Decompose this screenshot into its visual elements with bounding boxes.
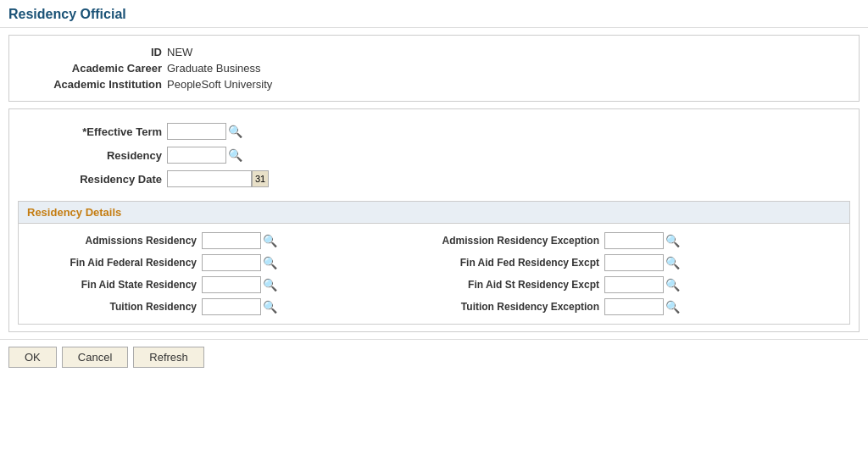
- residency-input[interactable]: [167, 147, 226, 164]
- tuition-residency-exception-row: Tuition Residency Exception 🔍: [438, 298, 832, 315]
- fin-aid-st-residency-excpt-search-button[interactable]: 🔍: [664, 278, 682, 292]
- fin-aid-fed-residency-excpt-label: Fin Aid Fed Residency Excpt: [438, 257, 599, 269]
- button-bar: OK Cancel Refresh: [0, 339, 868, 375]
- tuition-residency-search-button[interactable]: 🔍: [261, 300, 279, 314]
- residency-label: Residency: [26, 149, 162, 162]
- effective-term-input[interactable]: [167, 123, 226, 140]
- cancel-button[interactable]: Cancel: [62, 347, 128, 368]
- fin-aid-state-residency-row: Fin Aid State Residency 🔍: [36, 276, 430, 293]
- residency-search-button[interactable]: 🔍: [226, 148, 244, 162]
- residency-row: Residency 🔍: [26, 143, 842, 167]
- fin-aid-state-residency-search-button[interactable]: 🔍: [261, 278, 279, 292]
- tuition-residency-exception-input[interactable]: [604, 298, 664, 315]
- tuition-residency-label: Tuition Residency: [36, 301, 197, 313]
- residency-date-label: Residency Date: [26, 173, 162, 186]
- fin-aid-st-residency-excpt-row: Fin Aid St Residency Excpt 🔍: [438, 276, 832, 293]
- refresh-button[interactable]: Refresh: [133, 347, 204, 368]
- id-row: ID NEW: [26, 44, 842, 60]
- effective-term-row: *Effective Term 🔍: [26, 119, 842, 143]
- residency-details-header: Residency Details: [19, 202, 849, 224]
- fin-aid-state-residency-label: Fin Aid State Residency: [36, 279, 197, 291]
- effective-term-search-button[interactable]: 🔍: [226, 125, 244, 138]
- fin-aid-federal-residency-search-button[interactable]: 🔍: [261, 256, 279, 269]
- info-section: ID NEW Academic Career Graduate Business…: [8, 35, 860, 102]
- academic-institution-label: Academic Institution: [26, 78, 162, 91]
- admissions-residency-label: Admissions Residency: [36, 235, 197, 247]
- admission-residency-exception-row: Admission Residency Exception 🔍: [438, 232, 832, 249]
- effective-term-label: *Effective Term: [26, 125, 162, 138]
- fin-aid-fed-residency-excpt-search-button[interactable]: 🔍: [664, 256, 682, 269]
- admissions-residency-row: Admissions Residency 🔍: [36, 232, 430, 249]
- academic-career-row: Academic Career Graduate Business: [26, 60, 842, 76]
- admission-residency-exception-label: Admission Residency Exception: [438, 235, 599, 247]
- admission-residency-exception-search-button[interactable]: 🔍: [664, 234, 682, 247]
- residency-date-input[interactable]: [167, 170, 252, 187]
- fin-aid-federal-residency-label: Fin Aid Federal Residency: [36, 257, 197, 269]
- fin-aid-st-residency-excpt-label: Fin Aid St Residency Excpt: [438, 279, 599, 291]
- academic-career-value: Graduate Business: [167, 62, 261, 75]
- tuition-residency-exception-search-button[interactable]: 🔍: [664, 300, 682, 314]
- fin-aid-federal-residency-input[interactable]: [202, 254, 261, 271]
- residency-date-row: Residency Date 31: [26, 167, 842, 191]
- fin-aid-federal-residency-row: Fin Aid Federal Residency 🔍: [36, 254, 430, 271]
- academic-institution-row: Academic Institution PeopleSoft Universi…: [26, 76, 842, 92]
- academic-institution-value: PeopleSoft University: [167, 78, 272, 91]
- tuition-residency-exception-label: Tuition Residency Exception: [438, 301, 599, 313]
- tuition-residency-row: Tuition Residency 🔍: [36, 298, 430, 315]
- residency-date-calendar-button[interactable]: 31: [252, 170, 269, 187]
- ok-button[interactable]: OK: [8, 347, 57, 368]
- form-details-section: *Effective Term 🔍 Residency 🔍 Residency …: [8, 108, 860, 332]
- page-title: Residency Official: [0, 0, 868, 28]
- admissions-residency-search-button[interactable]: 🔍: [261, 234, 279, 247]
- tuition-residency-input[interactable]: [202, 298, 261, 315]
- id-value: NEW: [167, 46, 192, 58]
- fin-aid-state-residency-input[interactable]: [202, 276, 261, 293]
- id-label: ID: [26, 46, 162, 58]
- fin-aid-st-residency-excpt-input[interactable]: [604, 276, 664, 293]
- academic-career-label: Academic Career: [26, 62, 162, 75]
- fin-aid-fed-residency-excpt-input[interactable]: [604, 254, 664, 271]
- fin-aid-fed-residency-excpt-row: Fin Aid Fed Residency Excpt 🔍: [438, 254, 832, 271]
- admission-residency-exception-input[interactable]: [604, 232, 664, 249]
- admissions-residency-input[interactable]: [202, 232, 261, 249]
- details-grid: Admissions Residency 🔍 Admission Residen…: [36, 232, 832, 315]
- residency-details-section: Residency Details Admissions Residency 🔍…: [18, 201, 850, 325]
